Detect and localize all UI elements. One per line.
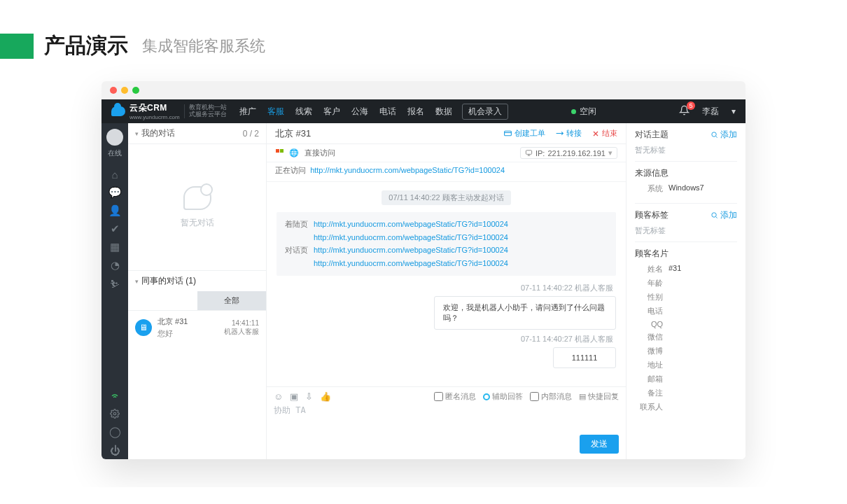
- svg-rect-2: [526, 150, 531, 155]
- svg-point-4: [712, 213, 716, 217]
- card-heading: 顾客名片: [635, 248, 668, 260]
- origin-direct: 直接访问: [304, 148, 335, 158]
- nav-links: 推广 客服 线索 客户 公海 电话 报名 数据: [239, 106, 452, 118]
- nav-promo[interactable]: 推广: [239, 106, 256, 118]
- rail-chart[interactable]: ◔: [102, 256, 128, 274]
- svg-rect-1: [505, 131, 512, 136]
- internal-checkbox[interactable]: 内部消息: [530, 391, 572, 402]
- rail-home[interactable]: ⌂: [102, 165, 128, 183]
- chevron-down-icon: ▾: [135, 278, 139, 285]
- conversation-item[interactable]: 🖥 北京 #31 您好 14:41:11 机器人客服: [128, 311, 266, 344]
- svg-point-0: [113, 412, 116, 415]
- nav-pool[interactable]: 公海: [351, 106, 368, 118]
- chat-panel: 北京 #31 创建工单 转接 结束: [267, 123, 626, 459]
- rail-check[interactable]: ✔: [102, 220, 128, 238]
- add-topic-button[interactable]: 添加: [710, 129, 737, 141]
- record-opportunity-button[interactable]: 机会录入: [462, 104, 508, 120]
- rail-status: 在线: [108, 148, 122, 158]
- slide-header: 产品演示 集成智能客服系统: [0, 31, 847, 60]
- slide-title: 产品演示: [44, 31, 128, 60]
- rail-group[interactable]: ⛷: [102, 274, 128, 293]
- tab-blank[interactable]: [128, 291, 197, 310]
- icon-rail: 在线 ⌂ 💬 👤 ✔ ▦ ◔ ⛷ ◯ ⏻: [102, 123, 128, 459]
- rail-user[interactable]: 👤: [102, 202, 128, 220]
- empty-chat-icon: [183, 186, 211, 210]
- chevron-down-icon: ▾: [135, 130, 139, 137]
- nav-customers[interactable]: 客户: [323, 106, 340, 118]
- nav-service[interactable]: 客服: [267, 106, 284, 118]
- rail-power[interactable]: ⏻: [102, 441, 128, 459]
- top-nav: 云朵CRM www.yunducrm.com 教育机构一站式服务云平台 推广 客…: [102, 99, 746, 123]
- right-panel: 对话主题 添加 暂无标签 来源信息 系统Windows7 顾客标签 添加: [626, 123, 746, 459]
- nav-phone[interactable]: 电话: [379, 106, 396, 118]
- transfer-button[interactable]: 转接: [555, 128, 582, 139]
- status-idle[interactable]: 空闲: [571, 106, 596, 118]
- origin-row: 🌐 直接访问 IP: 221.219.162.191 ▾: [267, 144, 626, 162]
- zoom-dot[interactable]: [132, 87, 139, 94]
- msg-meta: 07-11 14:40:22 机器人客服: [276, 283, 613, 293]
- avatar[interactable]: [106, 129, 123, 146]
- landing-link-2[interactable]: http://mkt.yunduocrm.com/webpageStatic/T…: [314, 231, 508, 244]
- assist-radio[interactable]: 辅助回答: [483, 391, 523, 402]
- rail-help[interactable]: ◯: [102, 423, 128, 441]
- wifi-icon: [110, 391, 120, 400]
- quick-reply-button[interactable]: ▤ 快捷回复: [579, 391, 619, 402]
- minimize-dot[interactable]: [121, 87, 128, 94]
- gear-icon: [110, 409, 120, 419]
- emoji-button[interactable]: ☺: [274, 391, 283, 402]
- close-dot[interactable]: [110, 87, 117, 94]
- chat-page-link[interactable]: http://mkt.yunduocrm.com/webpageStatic/T…: [314, 244, 508, 257]
- window-titlebar: [102, 81, 746, 99]
- create-ticket-button[interactable]: 创建工单: [503, 128, 545, 139]
- current-user[interactable]: 李磊: [702, 106, 719, 118]
- chat-header: 北京 #31 创建工单 转接 结束: [267, 123, 626, 144]
- source-heading: 来源信息: [635, 167, 668, 179]
- attachment-button[interactable]: ⇩: [305, 391, 313, 402]
- composer: ☺ ▣ ⇩ 👍 匿名消息 辅助回答 内部消息 ▤ 快捷回复 发送: [267, 386, 626, 459]
- message-input[interactable]: [274, 405, 619, 433]
- notification-badge: 5: [687, 102, 695, 110]
- rail-chat[interactable]: 💬: [102, 183, 128, 202]
- chat-page-link-2[interactable]: http://mkt.yunduocrm.com/webpageStatic/T…: [314, 257, 508, 270]
- chrome-icon: 🌐: [289, 148, 299, 158]
- chat-bubble: 111111: [553, 347, 616, 368]
- colleague-conv-header[interactable]: ▾ 同事的对话 (1): [128, 270, 266, 291]
- ticket-icon: [503, 129, 512, 138]
- colleague-tabs: 全部: [128, 291, 266, 311]
- visiting-link[interactable]: http://mkt.yunduocrm.com/webpageStatic/T…: [310, 166, 505, 174]
- rail-settings[interactable]: [102, 405, 128, 423]
- brand-name: 云朵CRM: [130, 102, 180, 114]
- image-button[interactable]: ▣: [290, 391, 298, 402]
- brand-tagline: 教育机构一站式服务云平台: [184, 104, 227, 118]
- cloud-icon: [111, 106, 125, 116]
- rail-wifi[interactable]: [102, 386, 128, 405]
- monitor-icon: 🖥: [135, 319, 152, 336]
- nav-leads[interactable]: 线索: [295, 106, 312, 118]
- send-button[interactable]: 发送: [580, 435, 619, 454]
- monitor-icon: [525, 149, 533, 157]
- nav-signup[interactable]: 报名: [407, 106, 424, 118]
- end-chat-button[interactable]: 结束: [592, 128, 617, 139]
- brand: 云朵CRM www.yunducrm.com 教育机构一站式服务云平台: [111, 102, 227, 120]
- add-tag-button[interactable]: 添加: [710, 209, 737, 221]
- chat-bubble: 欢迎，我是机器人小助手，请问遇到了什么问题吗？: [434, 296, 616, 330]
- nav-data[interactable]: 数据: [435, 106, 452, 118]
- ip-display[interactable]: IP: 221.219.162.191 ▾: [520, 147, 617, 159]
- close-icon: [592, 130, 600, 138]
- chevron-down-icon: ▾: [608, 148, 612, 158]
- brand-url: www.yunducrm.com: [130, 114, 180, 120]
- topic-heading: 对话主题: [635, 129, 668, 141]
- empty-state: 暂无对话: [128, 144, 266, 270]
- rail-calendar[interactable]: ▦: [102, 238, 128, 256]
- search-icon: [710, 211, 718, 219]
- tab-all[interactable]: 全部: [197, 291, 267, 310]
- landing-link[interactable]: http://mkt.yunduocrm.com/webpageStatic/T…: [314, 218, 508, 231]
- visiting-row: 正在访问 http://mkt.yunduocrm.com/webpageSta…: [267, 162, 626, 182]
- user-menu-chevron-icon[interactable]: ▾: [732, 106, 736, 116]
- windows-icon: [275, 149, 284, 158]
- transfer-icon: [555, 129, 564, 138]
- anonymous-checkbox[interactable]: 匿名消息: [434, 391, 476, 402]
- notifications-button[interactable]: 5: [679, 105, 690, 118]
- my-conv-header[interactable]: ▾ 我的对话 0 / 2: [128, 123, 266, 144]
- thumbs-up-button[interactable]: 👍: [320, 391, 331, 402]
